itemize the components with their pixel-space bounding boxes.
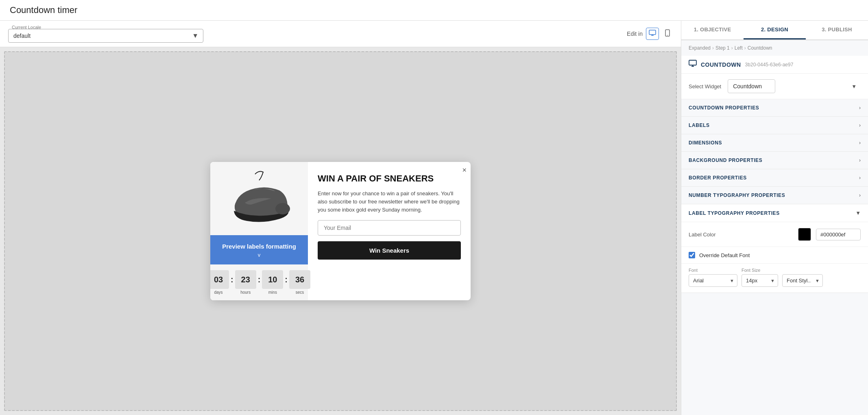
label-color-swatch[interactable] [798,228,811,241]
section-dimensions-label: DIMENSIONS [689,140,722,146]
section-background-properties-label: BACKGROUND PROPERTIES [689,157,762,163]
panel-tabs: 1. OBJECTIVE 2. DESIGN 3. PUBLISH [681,21,868,40]
section-label-typography-chevron-icon: ▼ [855,210,861,216]
breadcrumb-step1: Step 1 [715,45,730,51]
monitor-icon [689,60,697,69]
section-background-properties[interactable]: BACKGROUND PROPERTIES › [681,152,868,169]
font-style-dropdown-wrap: Font Styl... Normal Bold Italic ▼ [782,274,823,287]
breadcrumb-left: Left [735,45,743,51]
page-title: Countdown timer [10,5,77,15]
section-label-typography-header[interactable]: LABEL TYPOGRAPHY PROPERTIES ▼ [681,204,868,222]
tab-design[interactable]: 2. DESIGN [744,21,806,39]
countdown-unit-days: 03 days [210,270,229,295]
edit-in-label: Edit in [627,31,643,37]
font-style-group: Font Styl... Normal Bold Italic ▼ [782,273,823,287]
countdown-colon-3: : [285,275,288,284]
select-widget-wrap: Countdown ▼ [728,79,861,93]
countdown-mins-value: 10 [262,270,283,289]
countdown-unit-mins: 10 mins [262,270,283,295]
select-widget-dropdown[interactable]: Countdown [728,79,775,93]
widget-header: COUNTDOWN 3b20-0445-63e6-ae97 [681,56,868,74]
label-color-row: Label Color [681,222,868,247]
widget-id: 3b20-0445-63e6-ae97 [745,62,794,68]
label-color-value-input[interactable] [816,229,861,240]
preview-label-box: Preview labels formatting v [210,235,308,264]
popup-email-input[interactable] [318,220,461,236]
countdown-colon-2: : [258,275,261,284]
font-size-label: Font Size [742,268,778,273]
edit-in-wrap: Edit in [627,27,673,40]
font-family-dropdown[interactable]: Arial Helvetica Georgia Times New Roman [689,274,737,287]
monitor-svg [689,60,697,67]
font-size-group: Font Size 10px 12px 14px 16px 18px ▼ [742,268,778,287]
section-border-properties[interactable]: BORDER PROPERTIES › [681,169,868,187]
countdown-unit-hours: 23 hours [235,270,256,295]
locale-bar: Current Locale default ▼ Edit in [0,21,681,47]
popup-modal: × [210,162,471,300]
countdown-unit-secs: 36 secs [289,270,310,295]
breadcrumb-sep3: › [744,45,746,51]
popup-close-button[interactable]: × [462,166,467,175]
font-family-dropdown-wrap: Arial Helvetica Georgia Times New Roman … [689,274,737,287]
popup-headline: WIN A PAIR OF SNEAKERS [318,173,461,184]
right-panel: 1. OBJECTIVE 2. DESIGN 3. PUBLISH Expand… [681,21,868,415]
countdown-hours-label: hours [240,290,251,295]
countdown-row: 03 days : 23 hours : 10 mins [210,264,308,300]
countdown-colon-1: : [231,275,233,284]
section-labels-chevron-icon: › [859,122,861,128]
tab-publish[interactable]: 3. PUBLISH [806,21,868,39]
countdown-mins-label: mins [268,290,277,295]
section-number-typography-chevron-icon: › [859,192,861,198]
main-layout: Current Locale default ▼ Edit in [0,21,868,415]
tab-objective[interactable]: 1. OBJECTIVE [681,21,744,39]
breadcrumb-sep1: › [712,45,714,51]
shoe-image-area [210,162,308,235]
section-label-typography-title: LABEL TYPOGRAPHY PROPERTIES [689,210,780,216]
font-size-dropdown-wrap: 10px 12px 14px 16px 18px ▼ [742,274,778,287]
section-dimensions[interactable]: DIMENSIONS › [681,134,868,152]
desktop-icon [649,30,656,36]
popup-description: Enter now for your chance to win a pair … [318,190,461,214]
desktop-view-button[interactable] [646,28,659,40]
countdown-secs-value: 36 [289,270,310,289]
breadcrumb-countdown: Countdown [748,45,772,51]
svg-rect-0 [649,30,656,35]
section-number-typography-label: NUMBER TYPOGRAPHY PROPERTIES [689,192,785,198]
section-number-typography-properties[interactable]: NUMBER TYPOGRAPHY PROPERTIES › [681,187,868,204]
breadcrumb: Expanded › Step 1 › Left › Countdown [681,40,868,56]
svg-point-4 [275,203,290,214]
section-labels[interactable]: LABELS › [681,117,868,134]
locale-select[interactable]: default [8,29,203,43]
select-widget-row: Select Widget Countdown ▼ [681,74,868,99]
breadcrumb-sep2: › [731,45,733,51]
font-style-dropdown[interactable]: Font Styl... Normal Bold Italic [782,274,823,287]
section-border-properties-chevron-icon: › [859,175,861,181]
font-row: Font Arial Helvetica Georgia Times New R… [681,264,868,293]
preview-label-line1: Preview labels formatting [215,242,303,251]
section-countdown-properties-chevron-icon: › [859,105,861,111]
countdown-hours-value: 23 [235,270,256,289]
mobile-view-button[interactable] [662,27,673,40]
svg-rect-5 [689,60,696,65]
breadcrumb-expanded: Expanded [689,45,711,51]
select-widget-label: Select Widget [689,83,721,90]
countdown-days-label: days [214,290,222,295]
override-font-checkbox[interactable] [689,252,695,258]
font-family-label: Font [689,268,737,273]
font-family-group: Font Arial Helvetica Georgia Times New R… [689,268,737,287]
section-countdown-properties[interactable]: COUNTDOWN PROPERTIES › [681,99,868,117]
override-font-row: Override Default Font [681,247,868,264]
font-size-dropdown[interactable]: 10px 12px 14px 16px 18px [742,274,778,287]
popup-cta-button[interactable]: Win Sneakers [318,241,461,260]
svg-point-2 [667,35,668,36]
shoe-image [222,166,296,231]
preview-label-line2: v [215,252,303,259]
override-font-label[interactable]: Override Default Font [699,252,750,258]
section-border-properties-label: BORDER PROPERTIES [689,175,747,181]
canvas-area: Current Locale default ▼ Edit in [0,21,681,415]
section-labels-label: LABELS [689,122,710,128]
widget-name: COUNTDOWN [701,61,741,68]
section-countdown-properties-label: COUNTDOWN PROPERTIES [689,105,759,111]
countdown-secs-label: secs [296,290,304,295]
mobile-icon [665,29,670,37]
